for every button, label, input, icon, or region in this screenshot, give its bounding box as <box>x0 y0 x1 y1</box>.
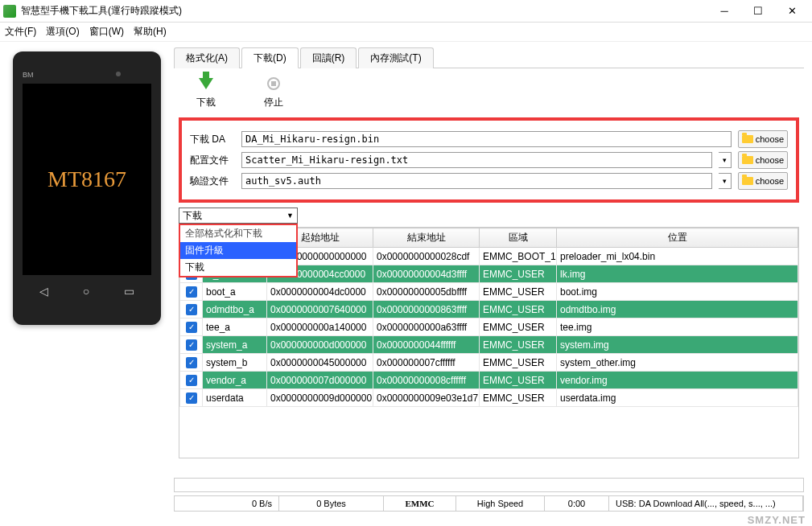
row-region: EMMC_USER <box>480 389 557 407</box>
row-location: userdata.img <box>557 389 798 407</box>
status-bytes: 0 Bytes <box>279 496 384 511</box>
auth-label: 驗證文件 <box>190 175 235 188</box>
tab-download[interactable]: 下載(D) <box>241 47 299 68</box>
mode-option-firmware-upgrade[interactable]: 固件升級 <box>180 242 296 259</box>
auth-dropdown-icon[interactable]: ▾ <box>719 173 732 189</box>
status-usb: USB: DA Download All(..., speed, s..., .… <box>609 496 803 511</box>
phone-mock: BM MT8167 ◁ ○ ▭ <box>13 51 161 325</box>
nav-back-icon: ◁ <box>39 285 48 298</box>
tab-memtest[interactable]: 內存測試(T) <box>358 47 433 68</box>
row-end: 0x0000000000863ffff <box>373 301 480 318</box>
row-start: 0x0000000007640000 <box>267 301 373 318</box>
row-end: 0x0000000009e03e1d7 <box>373 389 480 407</box>
row-region: EMMC_USER <box>480 318 557 336</box>
menu-window[interactable]: 窗口(W) <box>89 25 124 39</box>
mode-dropdown-popup: 全部格式化和下載 固件升級 下載 <box>179 224 298 277</box>
row-start: 0x0000000009d000000 <box>267 389 373 407</box>
row-checkbox[interactable]: ✓ <box>180 336 203 354</box>
row-region: EMMC_USER <box>480 372 557 389</box>
mode-option-format-all[interactable]: 全部格式化和下載 <box>180 225 296 242</box>
row-region: EMMC_USER <box>480 265 557 283</box>
scatter-label: 配置文件 <box>190 154 235 167</box>
row-start: 0x000000000a140000 <box>267 318 373 336</box>
scatter-dropdown-icon[interactable]: ▾ <box>719 152 732 168</box>
row-end: 0x00000000008cffffff <box>373 372 480 389</box>
row-location: preloader_mi_lx04.bin <box>557 248 798 265</box>
row-end: 0x0000000000028cdf <box>373 248 480 265</box>
da-input[interactable] <box>241 131 732 147</box>
row-checkbox[interactable]: ✓ <box>180 354 203 372</box>
tab-format[interactable]: 格式化(A) <box>174 47 240 68</box>
maximize-button[interactable]: ☐ <box>741 0 775 23</box>
menu-bar: 文件(F) 選項(O) 窗口(W) 幫助(H) <box>0 23 812 42</box>
mode-combobox[interactable]: 下載 ▼ <box>179 208 298 224</box>
watermark-text: SMZY.NET <box>748 514 806 526</box>
row-location: lk.img <box>557 265 798 283</box>
status-mode: High Speed <box>456 496 545 511</box>
table-row[interactable]: ✓tee_a0x000000000a1400000x0000000000a63f… <box>180 318 798 336</box>
row-start: 0x0000000004dc0000 <box>267 283 373 301</box>
menu-help[interactable]: 幫助(H) <box>134 25 167 39</box>
table-row[interactable]: ✓boot_a0x0000000004dc00000x00000000005db… <box>180 283 798 301</box>
auth-input[interactable] <box>241 173 712 189</box>
row-end: 0x0000000000a63ffff <box>373 318 480 336</box>
chevron-down-icon: ▼ <box>286 212 294 220</box>
row-name: odmdtbo_a <box>203 301 267 318</box>
status-bar: 0 B/s 0 Bytes EMMC High Speed 0:00 USB: … <box>174 495 804 512</box>
header-location[interactable]: 位置 <box>557 228 798 248</box>
table-row[interactable]: ✓vendor_a0x000000007d0000000x00000000008… <box>180 372 798 389</box>
row-checkbox[interactable]: ✓ <box>180 318 203 336</box>
table-row[interactable]: ✓system_a0x000000000d0000000x0000000044f… <box>180 336 798 354</box>
window-title: 智慧型手機下載工具(運行時跟蹤模式) <box>21 4 707 18</box>
phone-sensor-icon <box>116 72 121 76</box>
folder-icon <box>742 156 753 164</box>
da-choose-button[interactable]: choose <box>738 130 788 148</box>
menu-options[interactable]: 選項(O) <box>46 25 79 39</box>
scatter-choose-button[interactable]: choose <box>738 151 788 169</box>
toolbar: 下載 停止 <box>174 68 804 116</box>
row-name: boot_a <box>203 283 267 301</box>
tab-bar: 格式化(A) 下載(D) 回讀(R) 內存測試(T) <box>174 47 804 68</box>
status-storage: EMMC <box>384 496 456 511</box>
scatter-input[interactable] <box>241 152 712 168</box>
row-start: 0x000000007d000000 <box>267 372 373 389</box>
row-name: system_b <box>203 354 267 372</box>
tab-readback[interactable]: 回讀(R) <box>300 47 357 68</box>
auth-choose-button[interactable]: choose <box>738 172 788 190</box>
status-time: 0:00 <box>545 496 609 511</box>
header-end[interactable]: 結束地址 <box>373 228 480 248</box>
mode-option-download[interactable]: 下載 <box>180 259 296 276</box>
stop-button-label: 停止 <box>264 96 283 109</box>
da-label: 下載 DA <box>190 133 235 146</box>
row-region: EMMC_USER <box>480 301 557 318</box>
table-row[interactable]: ✓odmdtbo_a0x00000000076400000x0000000000… <box>180 301 798 318</box>
folder-icon <box>742 135 753 143</box>
phone-brand-label: BM <box>23 71 34 79</box>
nav-recent-icon: ▭ <box>124 285 134 298</box>
row-end: 0x0000000044ffffff <box>373 336 480 354</box>
menu-file[interactable]: 文件(F) <box>5 25 36 39</box>
row-checkbox[interactable]: ✓ <box>180 283 203 301</box>
stop-button[interactable]: 停止 <box>264 75 283 109</box>
device-preview-pane: BM MT8167 ◁ ○ ▭ <box>0 42 174 492</box>
close-button[interactable]: ✕ <box>775 0 809 23</box>
header-region[interactable]: 區域 <box>480 228 557 248</box>
row-location: odmdtbo.img <box>557 301 798 318</box>
nav-home-icon: ○ <box>83 285 89 298</box>
row-end: 0x000000007cffffff <box>373 354 480 372</box>
download-button[interactable]: 下載 <box>196 75 216 109</box>
row-checkbox[interactable]: ✓ <box>180 389 203 407</box>
minimize-button[interactable]: ─ <box>707 0 741 23</box>
row-name: tee_a <box>203 318 267 336</box>
table-row[interactable]: ✓system_b0x00000000450000000x000000007cf… <box>180 354 798 372</box>
row-name: vendor_a <box>203 372 267 389</box>
row-location: boot.img <box>557 283 798 301</box>
table-row[interactable]: ✓userdata0x0000000009d0000000x0000000009… <box>180 389 798 407</box>
download-arrow-icon <box>197 75 215 92</box>
row-checkbox[interactable]: ✓ <box>180 372 203 389</box>
file-selection-group: 下載 DA choose 配置文件 ▾ choose 驗證文件 ▾ choose <box>179 117 799 203</box>
row-checkbox[interactable]: ✓ <box>180 301 203 318</box>
row-region: EMMC_BOOT_1 <box>480 248 557 265</box>
row-name: system_a <box>203 336 267 354</box>
app-icon <box>3 5 16 18</box>
